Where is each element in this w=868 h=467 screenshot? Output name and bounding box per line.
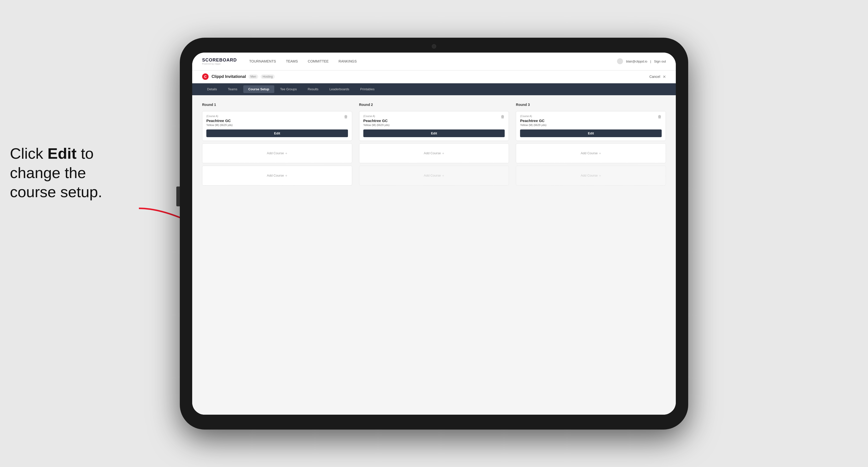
round-1-add-course-plus-1: + xyxy=(285,151,287,155)
round-3-add-course-label-1: Add Course xyxy=(581,151,598,155)
annotation-line1: Click xyxy=(10,145,48,162)
hosting-badge: Hosting xyxy=(261,74,275,79)
logo-sub: Powered by clippd xyxy=(202,63,237,65)
round-1-delete-icon[interactable]: 🗑 xyxy=(343,114,348,119)
nav-right: blair@clippd.io | Sign out xyxy=(617,58,666,64)
sub-header-right: Cancel ✕ xyxy=(649,74,666,79)
round-1-course-label: (Course A) xyxy=(206,115,348,118)
round-1-add-course-label-1: Add Course xyxy=(267,151,284,155)
rounds-grid: Round 1 (Course A) Peachtree GC Yellow (… xyxy=(202,103,666,186)
round-2-add-course-1[interactable]: Add Course + xyxy=(359,143,509,163)
sub-header: C Clippd Invitational Men Hosting Cancel… xyxy=(192,70,676,83)
tab-teams[interactable]: Teams xyxy=(223,85,242,93)
round-3-add-course-plus-2: + xyxy=(599,174,601,178)
round-1-edit-button[interactable]: Edit xyxy=(206,129,348,137)
tab-details[interactable]: Details xyxy=(202,85,222,93)
round-2-add-course-2: Add Course + xyxy=(359,166,509,186)
round-3-add-course-plus-1: + xyxy=(599,151,601,155)
round-1-add-course-1[interactable]: Add Course + xyxy=(202,143,352,163)
round-2-course-details: Yellow (M) (6629 yds) xyxy=(363,124,505,126)
logo-main: SCOREBOARD xyxy=(202,58,237,63)
round-2-edit-button[interactable]: Edit xyxy=(363,129,505,137)
tablet-shell: SCOREBOARD Powered by clippd TOURNAMENTS… xyxy=(180,38,688,430)
annotation-text: Click Edit tochange thecourse setup. xyxy=(10,144,129,201)
round-3-add-course-label-2: Add Course xyxy=(581,174,598,177)
user-avatar xyxy=(617,58,623,64)
round-2-column: Round 2 (Course A) Peachtree GC Yellow (… xyxy=(359,103,509,186)
tablet-screen: SCOREBOARD Powered by clippd TOURNAMENTS… xyxy=(192,53,676,415)
round-2-delete-icon[interactable]: 🗑 xyxy=(500,114,505,119)
tab-tee-groups[interactable]: Tee Groups xyxy=(275,85,302,93)
round-3-course-label: (Course A) xyxy=(520,115,662,118)
round-3-add-course-2: Add Course + xyxy=(516,166,666,186)
round-1-add-course-plus-2: + xyxy=(285,174,287,178)
round-1-title: Round 1 xyxy=(202,103,352,107)
nav-link-tournaments[interactable]: TOURNAMENTS xyxy=(249,59,276,63)
scoreboard-logo: SCOREBOARD Powered by clippd xyxy=(202,58,237,65)
user-email: blair@clippd.io xyxy=(626,60,647,63)
nav-links: TOURNAMENTS TEAMS COMMITTEE RANKINGS xyxy=(249,59,617,63)
round-1-course-card: (Course A) Peachtree GC Yellow (M) (6629… xyxy=(202,111,352,141)
round-1-column: Round 1 (Course A) Peachtree GC Yellow (… xyxy=(202,103,352,186)
tournament-name: Clippd Invitational xyxy=(212,74,246,79)
round-3-title: Round 3 xyxy=(516,103,666,107)
round-3-add-course-1[interactable]: Add Course + xyxy=(516,143,666,163)
round-1-course-details: Yellow (M) (6629 yds) xyxy=(206,124,348,126)
tab-leaderboards[interactable]: Leaderboards xyxy=(324,85,354,93)
tabs-bar: Details Teams Course Setup Tee Groups Re… xyxy=(192,83,676,95)
round-1-course-name: Peachtree GC xyxy=(206,119,348,123)
cancel-x[interactable]: ✕ xyxy=(663,74,666,79)
round-2-course-card: (Course A) Peachtree GC Yellow (M) (6629… xyxy=(359,111,509,141)
round-2-title: Round 2 xyxy=(359,103,509,107)
round-3-course-details: Yellow (M) (6629 yds) xyxy=(520,124,662,126)
tab-results[interactable]: Results xyxy=(303,85,323,93)
tab-course-setup[interactable]: Course Setup xyxy=(243,85,274,93)
round-1-add-course-label-2: Add Course xyxy=(267,174,284,177)
nav-link-rankings[interactable]: RANKINGS xyxy=(339,59,356,63)
round-2-course-label: (Course A) xyxy=(363,115,505,118)
round-2-course-name: Peachtree GC xyxy=(363,119,505,123)
nav-separator: | xyxy=(650,60,651,63)
round-1-add-course-2[interactable]: Add Course + xyxy=(202,166,352,186)
annotation-bold: Edit xyxy=(48,145,76,162)
nav-link-teams[interactable]: TEAMS xyxy=(286,59,298,63)
round-2-add-course-plus-2: + xyxy=(442,174,444,178)
sign-out-link[interactable]: Sign out xyxy=(654,60,666,63)
main-content: Round 1 (Course A) Peachtree GC Yellow (… xyxy=(192,95,676,415)
cancel-button[interactable]: Cancel xyxy=(649,75,660,79)
round-3-column: Round 3 (Course A) Peachtree GC Yellow (… xyxy=(516,103,666,186)
logo-letter: C xyxy=(204,75,207,79)
round-3-course-name: Peachtree GC xyxy=(520,119,662,123)
camera-dot xyxy=(432,44,436,49)
gender-badge: Men xyxy=(248,74,258,79)
round-2-add-course-plus-1: + xyxy=(442,151,444,155)
round-3-edit-button[interactable]: Edit xyxy=(520,129,662,137)
top-nav: SCOREBOARD Powered by clippd TOURNAMENTS… xyxy=(192,53,676,70)
round-2-add-course-label-1: Add Course xyxy=(424,151,441,155)
round-3-delete-icon[interactable]: 🗑 xyxy=(657,114,662,119)
tab-printables[interactable]: Printables xyxy=(355,85,379,93)
round-3-course-card: (Course A) Peachtree GC Yellow (M) (6629… xyxy=(516,111,666,141)
round-2-add-course-label-2: Add Course xyxy=(424,174,441,177)
nav-link-committee[interactable]: COMMITTEE xyxy=(308,59,329,63)
tournament-logo: C xyxy=(202,73,209,80)
